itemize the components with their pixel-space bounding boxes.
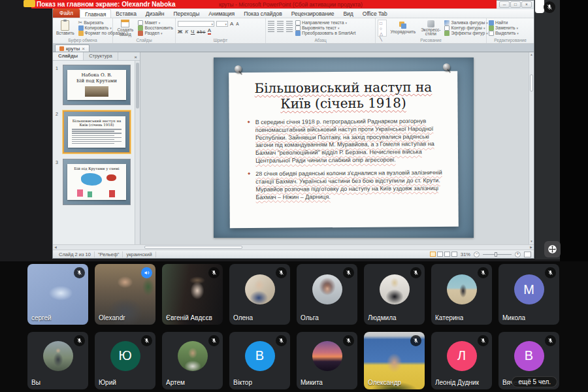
scroll-down-icon[interactable]: ▼ [529,239,534,244]
slide-thumbnail-2-selected[interactable]: 2 Більшовиський наступ на Київ (січень 1… [63,110,133,154]
reset-button[interactable]: Восстановить [138,25,173,31]
close-button[interactable]: × [521,1,532,8]
bullet-list-icon[interactable] [268,21,274,26]
horizontal-scrollbar[interactable]: ◀ ▶ [53,244,534,250]
shapes-gallery[interactable]: □ ○ △ ╲ ◇ ☆ ⌒ ─ [378,20,387,37]
participant-tile[interactable]: Олександр [364,332,425,389]
align-left-icon[interactable] [268,27,274,33]
slide-thumbnail-3[interactable]: 3 Бій під Крутами у схемі [63,159,133,205]
numbered-list-icon[interactable] [277,21,284,26]
normal-view-button[interactable] [430,252,436,257]
align-text-button[interactable]: Выровнять текст▾ [295,25,355,31]
shape-effects-button[interactable]: Эффекты фигур▾ [444,31,487,36]
ribbon-tab-1[interactable]: Главная [80,9,111,18]
participant-tile[interactable]: ММикола [498,264,559,325]
layout-button[interactable]: Макет▾ [138,20,173,25]
indent-icon[interactable] [286,21,293,26]
new-slide-button[interactable]: Создать слайд [115,20,135,37]
vertical-scrollbar[interactable]: ▲ ▼ [529,52,534,244]
participant-tile[interactable]: Микита [297,332,357,389]
shrink-font-icon[interactable]: А [236,22,239,26]
participant-tile[interactable]: Людмила [364,264,425,325]
panel-tab-slides[interactable]: Слайды [53,52,84,60]
ribbon-tab-2[interactable]: Вставка [111,9,141,18]
scroll-up-icon[interactable]: ▲ [529,52,534,57]
participant-tile[interactable]: Ольга [297,264,357,325]
paste-icon [61,20,69,31]
bold-button[interactable]: Ж [178,29,183,35]
participant-tile[interactable]: Євгеній Авдєєв [162,264,223,325]
maximize-button[interactable]: □ [510,1,521,8]
participant-tile[interactable]: Артем [162,332,223,389]
zoom-slider[interactable] [483,254,512,255]
panel-tab-outline[interactable]: Структура [84,52,118,60]
replace-button[interactable]: Заменить▾ [489,25,532,31]
align-center-icon[interactable] [277,27,284,33]
select-button[interactable]: Выделить▾ [489,31,532,36]
slideshow-view-button[interactable] [451,252,457,257]
find-button[interactable]: Найти [489,20,532,25]
quick-styles-button[interactable]: Экспресс-стили [419,20,442,37]
participant-tile[interactable]: ЛЛеонід Дудник [431,332,492,389]
paste-button[interactable]: Вставить [55,20,76,37]
section-button[interactable]: Раздел▾ [138,31,173,36]
participant-tile[interactable]: сергей [27,264,88,325]
font-size-combobox[interactable] [216,21,228,27]
ribbon-tab-3[interactable]: Дизайн [141,9,169,18]
participant-tile[interactable]: Вы [27,332,88,389]
mic-muted-icon[interactable] [544,1,555,13]
current-slide[interactable]: Більшовиський наступ на Київ (січень 191… [214,57,474,238]
ribbon-tab-5[interactable]: Анимация [204,9,239,18]
zoom-out-button[interactable]: − [474,252,480,257]
ribbon-tab-0[interactable]: Файл [53,8,80,18]
document-tab[interactable]: круты × [55,44,90,52]
zoom-in-button[interactable]: + [515,252,521,257]
slide-bullet: 28 січня обидві радянські колони з'єднал… [255,169,445,202]
ribbon-group-slides: Создать слайд Макет▾ Восстановить Раздел… [113,18,176,43]
arrange-button[interactable]: Упорядочить [389,20,417,37]
tab-close-icon[interactable]: × [82,46,85,52]
line-spacing-icon[interactable] [286,27,293,33]
participant-tile[interactable]: ВВіктор [229,332,290,389]
slide-title[interactable]: Більшовиський наступ на Київ (січень 191… [244,79,442,112]
ribbon-tab-8[interactable]: Вид [338,9,357,18]
scissors-icon: ✂ [78,20,83,25]
ribbon-tab-6[interactable]: Показ слайдов [239,9,287,18]
more-participants-badge[interactable]: ещё 5 чел. [512,376,557,387]
language-indicator[interactable]: украинский [123,252,155,257]
text-direction-button[interactable]: Направление текста▾ [295,20,355,25]
participant-tile[interactable]: Катерина [431,264,492,325]
ribbon-tab-9[interactable]: Office Tab [358,9,392,18]
participant-tile[interactable]: ЮЮрий [95,332,155,389]
reading-view-button[interactable] [444,252,450,257]
scroll-right-icon[interactable]: ▶ [529,245,534,250]
font-name-combobox[interactable] [178,21,214,27]
section-icon [138,31,143,36]
screen: ─ □ × ФайлГлавнаяВставкаДизайнПереходыАн… [0,0,588,392]
shape-outline-button[interactable]: Контур фигуры▾ [444,25,487,31]
group-label: Слайды [113,38,175,42]
ribbon-tab-7[interactable]: Рецензирование [287,9,339,18]
smartart-button[interactable]: Преобразовать в SmartArt [295,31,355,36]
italic-button[interactable]: К [185,29,189,35]
slide-thumbnail-1[interactable]: 1 Набока О. В. Бій под Крутами [63,65,133,105]
font-color-button[interactable]: А [208,28,211,35]
fit-to-window-button[interactable] [524,252,531,257]
ribbon-tab-4[interactable]: Переходы [169,9,204,18]
participant-tile[interactable]: Olexandr [95,264,155,325]
participant-tile[interactable]: Олена [229,264,290,325]
meeting-floating-control[interactable] [535,0,544,13]
fullscreen-button[interactable] [544,241,561,257]
panel-close-icon[interactable]: × [131,54,140,60]
grow-font-icon[interactable]: А [230,21,234,27]
slide-body-text[interactable]: В середині січня 1918 р. петроградський … [255,118,446,202]
strikethrough-button[interactable]: abc [197,29,205,34]
minimize-button[interactable]: ─ [499,1,510,8]
scroll-left-icon[interactable]: ◀ [53,245,58,250]
panel-scrollbar[interactable] [135,61,140,244]
ribbon-group-editing: Найти Заменить▾ Выделить▾ Редактирование [487,18,534,43]
participant-tile[interactable]: ВВячесещё 5 чел. [498,332,559,389]
slide-sorter-view-button[interactable] [437,252,443,257]
shape-fill-button[interactable]: Заливка фигуры▾ [444,20,487,25]
underline-button[interactable]: Ч [191,29,195,35]
